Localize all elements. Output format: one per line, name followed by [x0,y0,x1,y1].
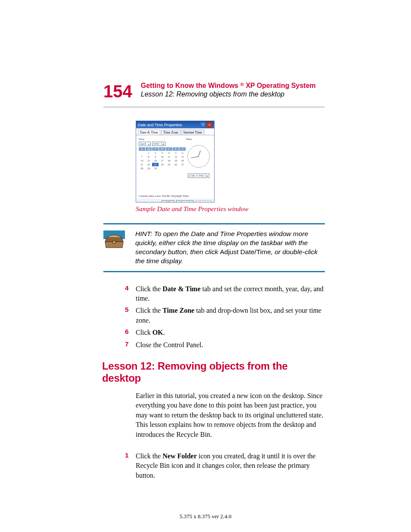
step-item: 7Close the Control Panel. [103,340,325,350]
lesson-heading: Lesson 12: Removing objects from the des… [102,360,325,384]
day-cell: 29 [146,167,152,170]
steps-list-b: 1Click the New Folder icon you created, … [103,451,325,480]
day-header: S [179,147,186,151]
day-header: T [166,147,172,151]
day-cell: 3 [159,151,165,155]
step-number: 1 [103,451,136,459]
time-label: Time [186,137,212,141]
day-cell: 2 [152,151,159,155]
day-cell [179,167,186,170]
day-cell: 27 [179,163,186,166]
registered-icon: ® [240,82,244,87]
hint-block: HINT: To open the Date and Time Properti… [103,223,325,272]
step-item: 4Click the Date & Time tab and set the c… [103,284,325,304]
page-number: 154 [103,83,132,100]
step-text: Click the Time Zone tab and drop-down li… [136,306,325,325]
day-cell: 28 [139,167,145,170]
help-icon: ? [200,122,206,128]
step-number: 4 [103,284,136,292]
page: 154 Getting to Know the Windows ® XP Ope… [0,0,411,532]
day-cell: 26 [173,163,179,166]
day-cell: 16 [152,159,159,162]
day-cell [166,167,172,170]
figure-caption: Sample Date and Time Properties window [136,205,325,213]
day-cell: 7 [139,155,145,159]
dialog-footer: OK Cancel Apply [136,199,214,202]
day-cell [159,167,165,170]
time-spinner: 2:58:17 PM [188,174,209,178]
date-time-dialog-screenshot: Date and Time Properties ? × Date & Time… [136,121,215,202]
day-cell: 25 [166,163,172,166]
calendar-grid: SMTWTFS123456789101112131415161718192021… [139,147,186,170]
year-spinner: 2002 [152,142,165,146]
day-cell: 21 [139,163,145,166]
header-rule [103,107,325,107]
dialog-title: Date and Time Properties [138,123,182,127]
step-item: 1Click the New Folder icon you created, … [103,451,325,480]
month-dropdown: April [139,142,151,146]
chapter-title: Getting to Know the Windows ® XP Operati… [141,82,316,90]
step-number: 6 [103,328,136,336]
tab-internet-time: Internet Time [181,130,204,135]
page-footer: 5.375 x 8.375 ver 2.4.0 [0,513,411,520]
close-icon: × [206,122,212,128]
day-cell: 10 [159,155,165,159]
day-cell: 6 [179,151,186,155]
step-text: Click the New Folder icon you created, d… [136,451,325,480]
day-header: W [159,147,165,151]
dialog-tabs: Date & Time Time Zone Internet Time [136,128,214,135]
steps-list-a: 4Click the Date & Time tab and set the c… [103,284,325,350]
day-cell: 22 [146,163,152,166]
svg-rect-1 [113,241,115,243]
day-cell: 4 [166,151,172,155]
day-cell [139,151,145,155]
intro-paragraph: Earlier in this tutorial, you created a … [136,391,325,439]
step-number: 7 [103,340,136,348]
day-cell: 17 [159,159,165,162]
day-cell: 15 [146,159,152,162]
day-cell: 18 [166,159,172,162]
clock-panel: Time 2:58:17 PM [186,137,212,191]
cancel-button: Cancel [176,200,193,202]
day-cell: 11 [166,155,172,159]
day-header: F [173,147,179,151]
day-cell: 5 [173,151,179,155]
day-cell: 20 [179,159,186,162]
day-cell: 24 [159,163,165,166]
step-item: 5Click the Time Zone tab and drop-down l… [103,306,325,325]
figure-wrapper: Date and Time Properties ? × Date & Time… [136,121,325,202]
step-item: 6Click OK. [103,328,325,337]
ok-button: OK [162,200,174,202]
day-header: M [146,147,152,151]
day-cell: 19 [173,159,179,162]
date-label: Date [139,137,186,141]
day-cell: 14 [139,159,145,162]
day-cell: 12 [173,155,179,159]
timezone-status: Current time zone: Pacific Daylight Time [136,193,214,199]
header-text: Getting to Know the Windows ® XP Operati… [141,82,316,98]
dialog-titlebar: Date and Time Properties ? × [136,121,214,128]
hint-text: HINT: To open the Date and Time Properti… [135,230,325,266]
day-cell: 9 [152,155,159,159]
day-cell [173,167,179,170]
calendar-panel: Date April 2002 SMTWTFS12345678910111213… [139,137,186,191]
day-cell: 23 [152,163,159,166]
day-cell: 1 [146,151,152,155]
day-cell: 13 [179,155,186,159]
tab-date-time: Date & Time [138,130,160,135]
clock-icon [187,145,210,168]
treasure-chest-icon [103,230,125,249]
day-cell: 8 [146,155,152,159]
apply-button: Apply [195,200,212,202]
step-text: Click OK. [136,328,165,337]
tab-time-zone: Time Zone [161,130,181,135]
step-text: Click the Date & Time tab and set the co… [136,284,325,304]
day-header: T [152,147,159,151]
lesson-subtitle: Lesson 12: Removing objects from the des… [141,90,316,98]
day-header: S [139,147,145,151]
step-number: 5 [103,306,136,314]
day-cell: 30 [152,167,159,170]
step-text: Close the Control Panel. [136,340,203,350]
page-header: 154 Getting to Know the Windows ® XP Ope… [103,82,325,100]
